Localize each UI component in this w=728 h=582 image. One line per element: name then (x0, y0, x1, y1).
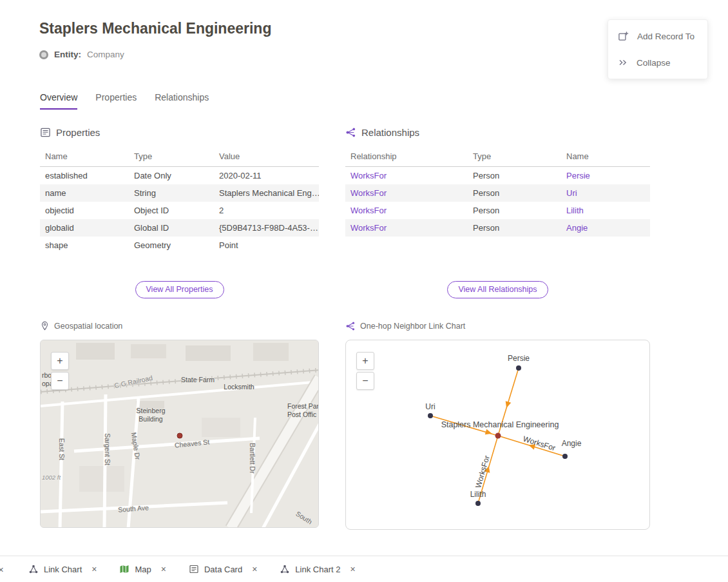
close-icon[interactable]: × (252, 564, 257, 574)
node-uri (428, 413, 433, 418)
column-header-type: Type (129, 146, 214, 167)
chart-zoom-in-button[interactable]: + (356, 352, 374, 370)
cell-type: Geometry (129, 237, 214, 254)
node-lilith (475, 501, 481, 506)
link-chart-view[interactable]: + − Persie Uri Angie Lilith Staplers Mec… (345, 340, 650, 530)
view-all-relationships-button[interactable]: View All Relationships (447, 281, 548, 298)
add-record-icon (618, 31, 629, 42)
node-persie (516, 365, 521, 371)
bottom-tab-label: Data Card (204, 565, 242, 574)
one-hop-heading: One-hop Neighbor Link Chart (345, 321, 465, 331)
entity-link[interactable]: Angie (561, 219, 650, 237)
entity-label: Entity: (54, 50, 81, 59)
bottom-tab-data-card[interactable]: Data Card × (189, 564, 257, 574)
partial-tab-close-icon[interactable]: × (0, 564, 6, 575)
table-header-row: Relationship Type Name (345, 146, 650, 167)
relationship-link[interactable]: WorksFor (345, 219, 468, 237)
map-label-east-st: East St (58, 438, 66, 460)
entity-link[interactable]: Persie (561, 167, 650, 185)
sub-heading-label: One-hop Neighbor Link Chart (360, 322, 465, 331)
view-all-properties-button[interactable]: View All Properties (135, 281, 224, 298)
column-header-value: Value (214, 146, 319, 167)
view-all-properties-row: View All Properties (40, 281, 319, 298)
bottom-tab-map[interactable]: Map × (119, 564, 166, 574)
node-label-lilith[interactable]: Lilith (470, 490, 486, 499)
cell-type: Object ID (129, 202, 214, 219)
link-chart-icon (280, 564, 290, 574)
table-row: WorksFor Person Uri (345, 184, 650, 202)
cell-type: Person (468, 219, 561, 237)
entity-value: Company (87, 50, 124, 59)
menu-item-collapse[interactable]: Collapse (608, 50, 707, 75)
section-title: Relationships (361, 127, 419, 138)
table-row: WorksFor Person Persie (345, 167, 650, 185)
map-zoom-in-button[interactable]: + (51, 352, 69, 370)
cell-type: String (129, 184, 214, 202)
cell-type: Person (468, 167, 561, 185)
page-title: Staplers Mechanical Engineering (39, 20, 271, 37)
table-row: WorksFor Person Angie (345, 219, 650, 237)
tab-overview[interactable]: Overview (40, 92, 77, 110)
close-icon[interactable]: × (350, 564, 355, 574)
cell-name: name (40, 184, 129, 202)
table-row: established Date Only 2020-02-11 (40, 167, 319, 185)
entity-link[interactable]: Lilith (561, 202, 650, 219)
node-label-center[interactable]: Staplers Mechanical Engineering (441, 420, 559, 429)
relationship-link[interactable]: WorksFor (345, 184, 468, 202)
properties-section: Properties Name Type Value established D… (40, 127, 319, 254)
bottom-tab-link-chart-2[interactable]: Link Chart 2 × (280, 564, 355, 574)
relationships-heading: Relationships (345, 127, 650, 138)
geospatial-heading: Geospatial location (40, 321, 122, 331)
relationships-table: Relationship Type Name WorksFor Person P… (345, 146, 650, 237)
node-center (495, 433, 501, 439)
map-scale-label: 1002 ft (42, 474, 61, 481)
table-row: name String Staplers Mechanical Eng… (40, 184, 319, 202)
relationship-link[interactable]: WorksFor (345, 202, 468, 219)
sub-heading-label: Geospatial location (54, 322, 122, 331)
map-zoom-out-button[interactable]: − (51, 372, 69, 390)
table-row: objectid Object ID 2 (40, 202, 319, 219)
map-label-sargent-st: Sargent St (104, 433, 111, 465)
cell-type: Person (468, 202, 561, 219)
link-chart-icon (28, 564, 39, 574)
close-icon[interactable]: × (91, 564, 97, 574)
view-all-relationships-row: View All Relationships (345, 281, 650, 298)
close-icon[interactable]: × (161, 564, 166, 574)
node-label-persie[interactable]: Persie (508, 354, 530, 363)
column-header-relationship: Relationship (345, 146, 468, 167)
entity-link[interactable]: Uri (561, 184, 650, 202)
tab-properties[interactable]: Properties (95, 92, 137, 110)
bottom-tab-bar: × Link Chart × Map × Data Card × Link Ch… (0, 556, 728, 582)
column-header-name: Name (561, 146, 650, 167)
cell-value: 2 (214, 202, 319, 219)
relationship-link[interactable]: WorksFor (345, 167, 468, 185)
location-marker (177, 433, 182, 438)
cell-value: Staplers Mechanical Eng… (214, 184, 319, 202)
map-pin-icon (40, 321, 50, 331)
entity-type-icon (39, 50, 48, 59)
column-header-type: Type (468, 146, 561, 167)
cell-value: 2020-02-11 (214, 167, 319, 185)
menu-item-label: Add Record To (637, 32, 694, 41)
properties-table: Name Type Value established Date Only 20… (40, 146, 319, 254)
table-header-row: Name Type Value (40, 146, 319, 167)
data-card-icon (189, 564, 199, 574)
link-chart-canvas (346, 340, 650, 530)
cell-name: shape (40, 237, 129, 254)
chart-zoom-out-button[interactable]: − (356, 372, 374, 390)
map-view[interactable]: + − rbour opaedics C G Railroad State Fa… (40, 340, 319, 528)
map-icon (119, 564, 129, 574)
table-row: WorksFor Person Lilith (345, 202, 650, 219)
cell-value: {5D9B4713-F98D-4A53-… (214, 219, 319, 237)
menu-item-add-record-to[interactable]: Add Record To (608, 23, 707, 50)
node-label-angie[interactable]: Angie (562, 439, 582, 448)
tab-relationships[interactable]: Relationships (155, 92, 209, 110)
bottom-tab-link-chart[interactable]: Link Chart × (28, 564, 97, 574)
entity-row: Entity: Company (39, 50, 124, 59)
section-title: Properties (56, 127, 100, 138)
cell-type: Person (468, 184, 561, 202)
node-label-uri[interactable]: Uri (425, 402, 435, 411)
table-row: shape Geometry Point (40, 237, 319, 254)
cell-name: objectid (40, 202, 129, 219)
map-label-bartlett-dr: Bartlett Dr (249, 443, 256, 473)
